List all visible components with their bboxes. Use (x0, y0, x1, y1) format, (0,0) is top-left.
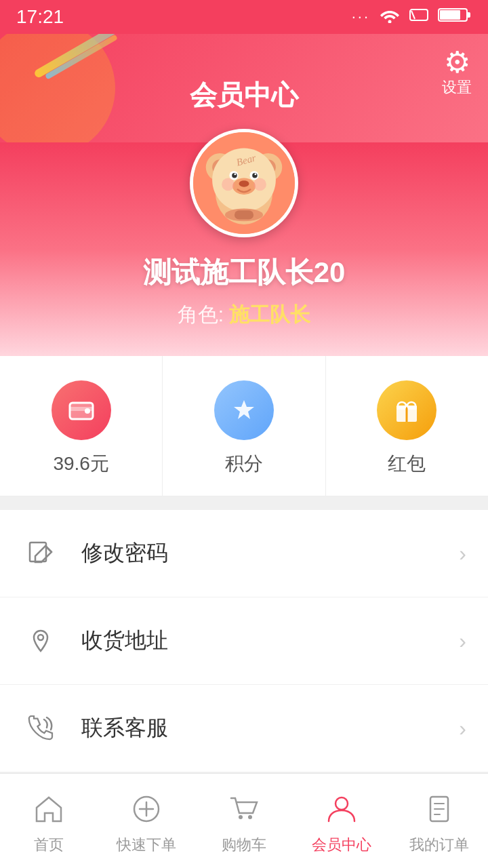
nav-item-member[interactable]: 会员中心 (293, 774, 390, 868)
svg-point-21 (222, 178, 235, 191)
shipping-address-label: 收货地址 (81, 626, 459, 656)
person-icon (326, 794, 357, 829)
username: 测试施工队长20 (143, 254, 346, 292)
status-bar: 17:21 ··· (0, 0, 488, 34)
location-icon (22, 622, 60, 660)
cart-icon (228, 794, 260, 829)
contact-support-label: 联系客服 (81, 713, 459, 743)
svg-rect-5 (467, 12, 470, 18)
role-prefix: 角色: (178, 303, 230, 326)
svg-point-0 (388, 20, 392, 24)
nav-orders-label: 我的订单 (409, 835, 469, 855)
stat-coupon[interactable]: 红包 (326, 356, 488, 496)
decoration-stripe-2 (45, 35, 118, 80)
settings-button[interactable]: ⚙ 设置 (442, 47, 472, 98)
svg-point-18 (254, 173, 256, 175)
menu-item-shipping-address[interactable]: 收货地址 › (0, 597, 488, 685)
signal-icon: ··· (352, 8, 370, 26)
svg-line-2 (411, 11, 415, 19)
close-icon (409, 6, 428, 28)
status-time: 17:21 (16, 6, 64, 28)
home-icon (33, 794, 64, 829)
nav-item-orders[interactable]: 我的订单 (390, 774, 488, 868)
bottom-nav: 首页 快速下单 购物车 会员中心 (0, 773, 488, 868)
nav-member-label: 会员中心 (312, 835, 371, 855)
document-icon (424, 794, 455, 829)
plus-circle-icon (131, 794, 162, 829)
coupon-label: 红包 (388, 451, 426, 477)
nav-item-cart[interactable]: 购物车 (195, 774, 293, 868)
stat-points[interactable]: 积分 (163, 356, 325, 496)
status-icons: ··· (352, 6, 472, 28)
role-line: 角色: 施工队长 (178, 301, 311, 329)
edit-icon (22, 534, 60, 572)
avatar: Bear (190, 129, 298, 237)
arrow-icon: › (459, 541, 466, 566)
points-label: 积分 (225, 451, 263, 477)
svg-point-43 (336, 797, 348, 810)
wifi-icon (380, 6, 400, 28)
menu-item-contact-support[interactable]: 联系客服 › (0, 685, 488, 772)
header: 会员中心 ⚙ 设置 (0, 34, 488, 142)
svg-rect-4 (440, 10, 460, 20)
gift-icon-wrap (377, 380, 436, 440)
svg-point-42 (248, 815, 252, 819)
profile-section: Bear 测试施工队长20 角色: 施工队长 (0, 142, 488, 356)
wallet-label: 39.6元 (53, 451, 109, 477)
role-value: 施工队长 (229, 303, 310, 326)
gear-icon: ⚙ (444, 47, 470, 77)
svg-point-17 (234, 173, 236, 175)
nav-item-home[interactable]: 首页 (0, 774, 98, 868)
svg-marker-29 (234, 400, 254, 419)
menu-item-change-password[interactable]: 修改密码 › (0, 510, 488, 597)
battery-icon (438, 6, 472, 28)
stat-wallet[interactable]: 39.6元 (0, 356, 163, 496)
phone-icon (22, 709, 60, 747)
arrow-icon: › (459, 716, 466, 741)
star-icon-wrap (214, 380, 274, 440)
arrow-icon: › (459, 629, 466, 654)
svg-rect-24 (235, 210, 253, 219)
svg-point-41 (239, 815, 243, 819)
nav-home-label: 首页 (34, 835, 64, 855)
nav-cart-label: 购物车 (222, 835, 266, 855)
svg-point-20 (239, 180, 249, 186)
svg-point-37 (38, 635, 43, 640)
wallet-icon-wrap (52, 380, 111, 440)
menu-section: 修改密码 › 收货地址 › 联系客服 › (0, 510, 488, 772)
nav-quick-order-label: 快速下单 (117, 835, 176, 855)
settings-label: 设置 (442, 77, 472, 98)
svg-point-28 (85, 408, 90, 414)
stats-row: 39.6元 积分 红包 (0, 356, 488, 496)
page-title: 会员中心 (190, 77, 298, 114)
svg-rect-35 (30, 542, 46, 561)
nav-item-quick-order[interactable]: 快速下单 (98, 774, 195, 868)
change-password-label: 修改密码 (81, 538, 459, 568)
svg-point-22 (253, 178, 266, 191)
